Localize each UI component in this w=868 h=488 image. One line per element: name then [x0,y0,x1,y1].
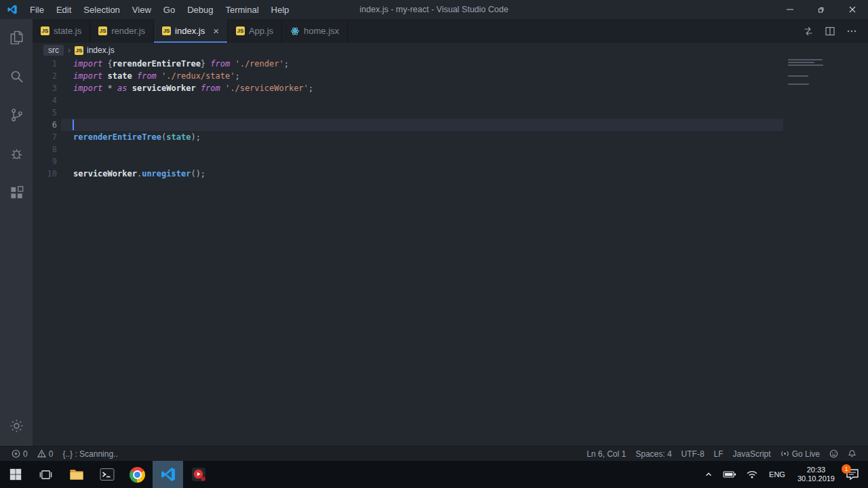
menu-go[interactable]: Go [157,0,181,19]
minimap-line [788,83,809,85]
close-button[interactable] [837,0,868,19]
system-tray: ENG 20:33 30.10.2019 1 [699,461,868,488]
status-language-mode[interactable]: JavaScript [728,447,776,461]
tab-label: App.js [249,26,273,36]
status-right: Ln 6, Col 1Spaces: 4UTF-8LFJavaScriptGo … [582,447,861,461]
split-editor-button[interactable] [825,26,835,37]
line-number: 2 [33,70,57,82]
code-line-7[interactable]: 7rerenderEntireTree(state); [33,131,868,143]
tab-App.js[interactable]: JSApp.js [228,19,282,43]
activity-explorer[interactable] [4,25,28,50]
menu-bar: FileEditSelectionViewGoDebugTerminalHelp [24,0,295,19]
code-line-4[interactable]: 4 [33,94,868,107]
status-encoding[interactable]: UTF-8 [677,447,709,461]
menu-debug[interactable]: Debug [181,0,219,19]
tab-index.js[interactable]: JSindex.js× [154,19,228,43]
code-text: import {rerenderEntireTree} from './rend… [73,58,289,70]
command-prompt-button[interactable] [92,461,122,488]
status-label: Spaces: 4 [635,449,671,459]
clock[interactable]: 20:33 30.10.2019 [791,461,841,488]
tab-bar: JSstate.jsJSrender.jsJSindex.js×JSApp.js… [33,19,348,43]
breadcrumb-item-src[interactable]: src [43,45,64,56]
code-line-1[interactable]: 1import {rerenderEntireTree} from './ren… [33,58,868,70]
status-notifications-bell[interactable] [843,447,861,461]
file-explorer-button[interactable] [61,461,92,488]
line-number: 10 [33,168,57,180]
start-button[interactable] [0,461,31,488]
menu-terminal[interactable]: Terminal [219,0,264,19]
restore-button[interactable] [806,0,837,19]
tab-label: render.js [111,26,145,36]
status-feedback-smiley[interactable] [825,447,843,461]
breadcrumb-separator: › [68,45,71,55]
line-number: 5 [33,107,57,119]
minimap-line [788,75,808,77]
menu-help[interactable]: Help [265,0,296,19]
battery-icon [723,470,736,479]
more-actions-button[interactable] [846,26,857,37]
menu-view[interactable]: View [126,0,157,19]
code-text: serviceWorker.unregister(); [73,168,205,180]
status-label: Go Live [792,449,820,459]
status-problems-warnings[interactable]: 0 [33,447,58,461]
code-token: as [117,83,132,93]
code-line-10[interactable]: 10serviceWorker.unregister(); [33,168,868,180]
minimize-button[interactable] [774,0,806,19]
code-token: import [73,59,108,69]
menu-selection[interactable]: Selection [77,0,125,19]
vscode-button[interactable] [153,461,183,488]
activity-settings[interactable] [4,413,28,438]
js-file-icon: JS [98,26,107,35]
status-problems-errors[interactable]: 0 [7,447,33,461]
tab-home.jsx[interactable]: home.jsx [282,19,348,43]
code-token: ; [235,71,239,81]
code-line-6[interactable]: 6 [33,119,868,131]
editor[interactable]: 1import {rerenderEntireTree} from './ren… [33,58,868,446]
status-import-cost[interactable]: {..} : Scanning.. [58,447,122,461]
minimap[interactable] [785,58,825,207]
media-app-button[interactable] [183,461,214,488]
task-view-button[interactable] [31,461,61,488]
status-label: 0 [49,449,54,459]
status-cursor-position[interactable]: Ln 6, Col 1 [582,447,631,461]
chrome-button[interactable] [122,461,153,488]
action-center-button[interactable]: 1 [841,461,864,488]
notification-badge: 1 [842,464,851,474]
code-line-3[interactable]: 3import * as serviceWorker from './servi… [33,82,868,94]
code-line-8[interactable]: 8 [33,143,868,155]
battery-button[interactable] [718,461,741,488]
code-line-9[interactable]: 9 [33,155,868,168]
js-file-icon: JS [41,26,50,35]
debug-icon [8,145,25,162]
status-eol[interactable]: LF [709,447,728,461]
code-token: './redux/state' [161,71,235,81]
code-area: 1import {rerenderEntireTree} from './ren… [33,58,868,180]
activity-extensions[interactable] [4,180,28,204]
activity-source-control[interactable] [4,102,28,127]
code-line-2[interactable]: 2import state from './redux/state'; [33,70,868,82]
network-button[interactable] [741,461,763,488]
hidden-icons-button[interactable] [699,461,718,488]
activity-debug[interactable] [4,141,28,166]
open-changes-button[interactable] [803,26,814,37]
code-line-5[interactable]: 5 [33,107,868,119]
status-bar: 00{..} : Scanning.. Ln 6, Col 1Spaces: 4… [0,446,868,461]
explorer-icon [8,29,25,46]
menu-edit[interactable]: Edit [50,0,77,19]
language-indicator[interactable]: ENG [763,461,791,488]
menu-file[interactable]: File [24,0,50,19]
line-number: 7 [33,131,57,143]
tab-state.js[interactable]: JSstate.js [33,19,90,43]
activity-search[interactable] [4,64,28,88]
code-token: ); [191,132,200,142]
status-go-live[interactable]: Go Live [776,447,825,461]
breadcrumb-item-file[interactable]: JS index.js [75,45,115,55]
warning-icon [37,449,46,458]
tab-render.js[interactable]: JSrender.js [90,19,154,43]
task-view-icon [39,468,53,482]
status-indentation[interactable]: Spaces: 4 [631,447,676,461]
code-token: (); [191,169,205,179]
close-tab-icon[interactable]: × [213,26,219,36]
code-token: state [108,71,137,81]
window-title: index.js - my-react - Visual Studio Code [359,5,508,14]
